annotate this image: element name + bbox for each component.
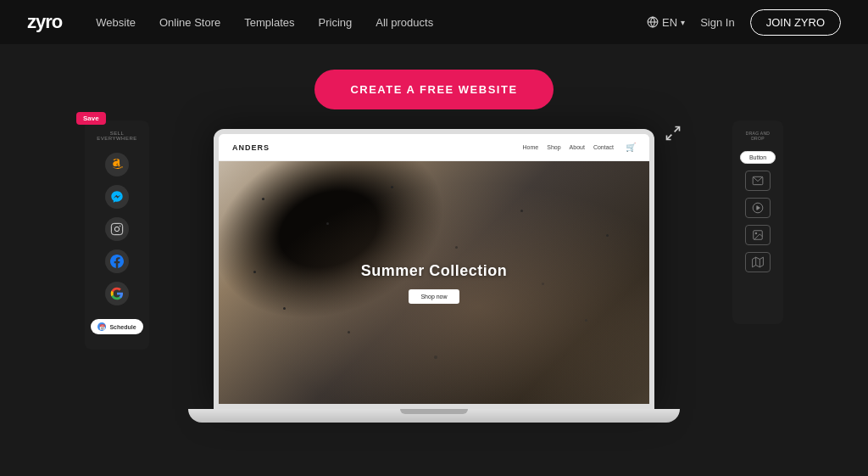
language-selector[interactable]: EN ▾ bbox=[647, 16, 685, 29]
messenger-icon[interactable] bbox=[105, 185, 129, 209]
nav-all-products[interactable]: All products bbox=[376, 16, 433, 29]
laptop-shell: ANDERS Home Shop About Contact 🛒 bbox=[188, 129, 680, 443]
map-drag-icon[interactable] bbox=[745, 252, 771, 272]
laptop-mockup: ANDERS Home Shop About Contact 🛒 bbox=[188, 112, 680, 451]
laptop-screen: ANDERS Home Shop About Contact 🛒 bbox=[214, 129, 654, 409]
schedule-badge[interactable]: 📅 Schedule bbox=[91, 319, 142, 334]
left-panel: Save SELL EVERYWHERE 📅 Schedule bbox=[85, 120, 149, 350]
schedule-icon: 📅 bbox=[97, 322, 106, 331]
svg-marker-12 bbox=[753, 257, 764, 267]
schedule-label: Schedule bbox=[109, 324, 136, 330]
right-panel: DRAG AND DROP Button bbox=[732, 120, 783, 324]
create-website-button[interactable]: CREATE A FREE WEBSITE bbox=[314, 70, 553, 109]
nav-pricing[interactable]: Pricing bbox=[319, 16, 353, 29]
nav-templates[interactable]: Templates bbox=[244, 16, 294, 29]
nav-links: Website Online Store Templates Pricing A… bbox=[96, 14, 647, 30]
laptop-notch bbox=[400, 409, 468, 414]
mini-hero-title: Summer Collection bbox=[361, 262, 508, 280]
chevron-down-icon: ▾ bbox=[681, 18, 685, 27]
globe-icon bbox=[647, 16, 659, 28]
mini-nav-home: Home bbox=[523, 144, 539, 150]
logo[interactable]: zyro bbox=[27, 11, 62, 33]
video-drag-icon[interactable] bbox=[745, 198, 771, 218]
mini-hero-content: Summer Collection Shop now bbox=[361, 262, 508, 304]
svg-line-6 bbox=[667, 135, 672, 140]
laptop-base bbox=[188, 409, 680, 423]
instagram-icon[interactable] bbox=[105, 217, 129, 241]
nav-online-store[interactable]: Online Store bbox=[159, 16, 220, 29]
mini-nav-shop: Shop bbox=[547, 144, 560, 150]
main-content: CREATE A FREE WEBSITE Save SELL EVERYWHE… bbox=[0, 44, 868, 476]
mini-site-hero: Summer Collection Shop now bbox=[219, 161, 649, 404]
drag-drop-label: DRAG AND DROP bbox=[739, 131, 776, 141]
image-drag-icon[interactable] bbox=[745, 225, 771, 245]
svg-point-4 bbox=[120, 226, 120, 227]
expand-icon[interactable] bbox=[665, 125, 682, 146]
svg-marker-9 bbox=[757, 206, 760, 210]
nav-website[interactable]: Website bbox=[96, 16, 136, 29]
mini-site-nav-links: Home Shop About Contact bbox=[523, 144, 614, 150]
mini-site-nav: ANDERS Home Shop About Contact 🛒 bbox=[219, 134, 649, 161]
email-drag-icon[interactable] bbox=[745, 171, 771, 191]
nav-right: EN ▾ Sign In JOIN ZYRO bbox=[647, 9, 841, 36]
sell-everywhere-label: SELL EVERYWHERE bbox=[92, 131, 142, 141]
lang-label: EN bbox=[662, 16, 677, 29]
amazon-icon[interactable] bbox=[105, 153, 129, 176]
save-badge[interactable]: Save bbox=[76, 112, 106, 125]
signin-link[interactable]: Sign In bbox=[700, 16, 734, 29]
svg-point-3 bbox=[114, 227, 119, 231]
drag-button-element[interactable]: Button bbox=[740, 151, 776, 164]
mini-nav-about: About bbox=[570, 144, 585, 150]
mini-nav-contact: Contact bbox=[593, 144, 614, 150]
svg-rect-2 bbox=[111, 223, 122, 234]
mini-cart-icon: 🛒 bbox=[626, 143, 636, 152]
join-button[interactable]: JOIN ZYRO bbox=[750, 9, 841, 36]
google-icon[interactable] bbox=[105, 282, 129, 305]
navbar: zyro Website Online Store Templates Pric… bbox=[0, 0, 868, 44]
facebook-icon[interactable] bbox=[105, 249, 129, 273]
mini-shop-button[interactable]: Shop now bbox=[409, 289, 459, 304]
mini-site-logo: ANDERS bbox=[232, 143, 270, 152]
svg-point-11 bbox=[755, 232, 757, 234]
mini-site: ANDERS Home Shop About Contact 🛒 bbox=[219, 134, 649, 404]
svg-line-5 bbox=[675, 127, 680, 132]
